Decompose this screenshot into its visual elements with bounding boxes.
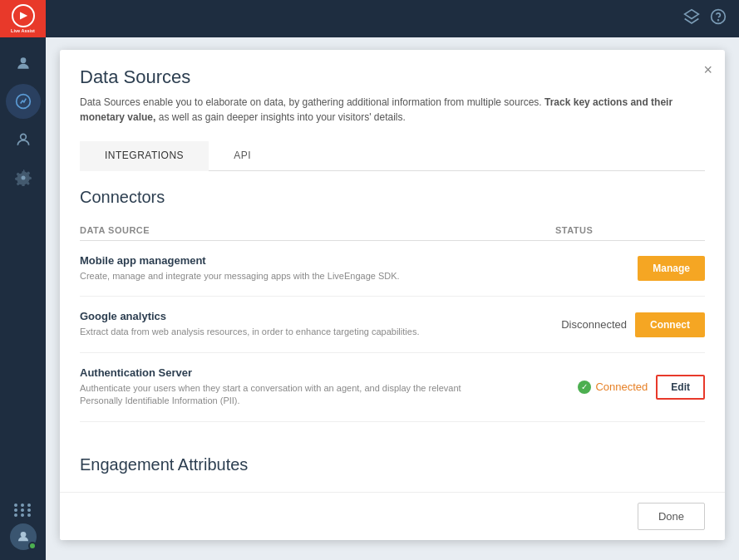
sidebar-item-analytics[interactable] [6,84,41,119]
panel-title: Data Sources [80,66,705,88]
online-indicator [28,542,37,550]
svg-point-0 [20,57,26,63]
avatar[interactable] [10,523,37,550]
connector-desc-google: Extract data from web analysis resources… [80,326,487,338]
svg-point-2 [20,134,26,140]
sidebar-nav [6,37,41,504]
svg-point-4 [20,532,26,538]
connect-button[interactable]: Connect [635,312,705,337]
connector-info-mobile: Mobile app management Create, manage and… [80,254,555,282]
connector-row-mobile: Mobile app management Create, manage and… [80,241,705,297]
manage-button[interactable]: Manage [638,256,705,281]
topbar [46,0,739,37]
sidebar-item-users[interactable] [6,46,41,81]
col-header-data-source: DATA SOURCE [80,225,555,235]
layers-icon[interactable] [683,8,700,29]
connector-row-auth: Authentication Server Authenticate your … [80,353,705,422]
panel-desc-end: as well as gain deeper insights into you… [159,111,406,123]
status-connected: ✓ Connected [578,381,648,394]
connector-actions-google: Disconnected Connect [555,312,705,337]
connector-name-auth: Authentication Server [80,366,555,379]
engagement-attributes-section: Engagement Attributes DATA CATEGORY ATTR… [60,439,725,492]
connector-info-google: Google analytics Extract data from web a… [80,310,555,338]
connector-row-google: Google analytics Extract data from web a… [80,297,705,352]
connector-actions-mobile: Manage [555,256,705,281]
connector-desc-auth: Authenticate your users when they start … [80,382,487,408]
panel-footer: Done [60,492,725,540]
sidebar-item-settings[interactable] [6,160,41,195]
close-button[interactable]: × [703,62,712,77]
connector-actions-auth: ✓ Connected Edit [555,375,705,400]
connectors-title: Connectors [80,188,705,207]
connector-name-mobile: Mobile app management [80,254,555,267]
sidebar: ▶ Live Assist [0,0,46,560]
connector-info-auth: Authentication Server Authenticate your … [80,366,555,408]
connectors-table-header: DATA SOURCE STATUS [80,220,705,241]
panel-desc-normal: Data Sources enable you to elaborate on … [80,96,542,108]
sidebar-bottom [10,504,37,560]
connector-name-google: Google analytics [80,310,555,322]
help-icon[interactable] [710,8,727,29]
panel-body[interactable]: Connectors DATA SOURCE STATUS Mobile app… [60,171,725,492]
tab-integrations[interactable]: INTEGRATIONS [80,141,209,171]
edit-button[interactable]: Edit [656,375,705,400]
data-sources-panel: Data Sources Data Sources enable you to … [60,50,725,540]
connected-check-icon: ✓ [578,381,591,394]
panel-description: Data Sources enable you to elaborate on … [80,95,678,125]
apps-grid[interactable] [14,504,32,517]
tabs: INTEGRATIONS API [80,141,705,171]
engagement-attributes-title: Engagement Attributes [80,455,705,474]
col-header-status: STATUS [555,225,705,235]
main-area: Data Sources Data Sources enable you to … [46,37,739,560]
logo[interactable]: ▶ Live Assist [0,0,46,37]
done-button[interactable]: Done [638,503,705,530]
connector-desc-mobile: Create, manage and integrate your messag… [80,270,487,282]
tab-api[interactable]: API [209,141,276,171]
svg-marker-5 [685,10,699,19]
connectors-section: Connectors DATA SOURCE STATUS Mobile app… [60,171,725,439]
svg-point-7 [718,20,719,21]
panel-header: Data Sources Data Sources enable you to … [60,50,725,133]
status-disconnected: Disconnected [561,318,627,331]
sidebar-item-profile[interactable] [6,122,41,157]
